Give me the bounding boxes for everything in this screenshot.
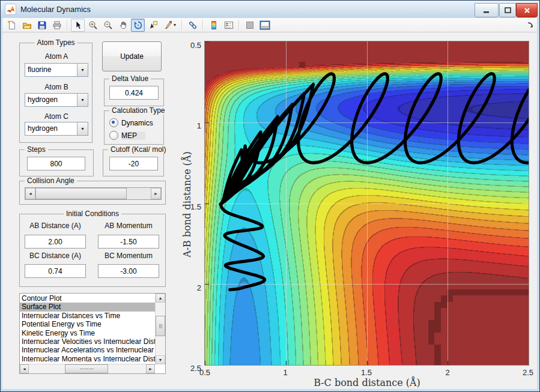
dock-figure-arrow[interactable] [526, 21, 535, 29]
list-item-selected[interactable]: Surface Plot [20, 303, 155, 311]
brush-dropdown-caret[interactable]: ▼ [173, 23, 177, 27]
plot-type-listbox[interactable]: Contour Plot Surface Plot Internuclear D… [19, 293, 166, 374]
y-tick-label: 1 [186, 122, 201, 130]
toolbar-separator [238, 20, 240, 30]
listbox-vertical-scrollbar[interactable]: ▲ ▼ [155, 294, 165, 364]
mep-radio[interactable] [109, 131, 118, 140]
brush-tool-button[interactable]: ▼ [161, 19, 178, 32]
window-left-border [1, 18, 2, 391]
atom-c-label: Atom C [25, 112, 88, 121]
print-button[interactable] [50, 19, 64, 32]
atom-c-dropdown[interactable]: hydrogen ▼ [25, 122, 88, 136]
atom-b-dropdown[interactable]: hydrogen ▼ [25, 93, 88, 107]
delta-value-title: Delta Value [109, 74, 151, 83]
atom-a-label: Atom A [25, 52, 88, 61]
horizontal-scroll-track[interactable] [108, 364, 146, 373]
zoom-out-button[interactable] [101, 19, 115, 32]
minimize-button[interactable] [475, 3, 499, 17]
zoom-in-button[interactable] [86, 19, 100, 32]
scroll-up-arrow[interactable]: ▲ [156, 294, 165, 303]
window-right-border [537, 18, 539, 391]
ab-distance-field[interactable]: 2.00 [25, 235, 86, 249]
cutoff-field[interactable]: -20 [109, 157, 158, 170]
maximize-button[interactable] [499, 3, 516, 17]
slider-track[interactable] [127, 188, 151, 199]
close-icon [524, 7, 530, 14]
atom-b-dropdown-arrow[interactable]: ▼ [77, 94, 88, 106]
plot-browser-button[interactable] [243, 19, 256, 32]
steps-field[interactable]: 800 [27, 157, 85, 170]
bc-distance-field[interactable]: 0.74 [25, 264, 86, 278]
toolbar-separator [67, 20, 68, 30]
legend-icon [224, 20, 234, 30]
atom-a-dropdown-arrow[interactable]: ▼ [77, 64, 88, 76]
rotate-3d-button[interactable] [131, 19, 145, 32]
y-tick-label: 0.5 [186, 41, 201, 49]
pointer-tool-button[interactable] [71, 19, 85, 32]
slider-left-arrow[interactable]: ◄ [25, 188, 35, 199]
list-item[interactable]: Internuclear Accelerations vs Internucle… [20, 346, 155, 354]
cutoff-title: Cutoff (Kcal/ mol) [108, 145, 168, 154]
scroll-right-arrow[interactable]: ► [146, 364, 155, 373]
horizontal-scroll-thumb[interactable] [65, 364, 108, 373]
colorbar-icon [209, 20, 219, 30]
new-file-button[interactable] [5, 19, 19, 32]
data-cursor-icon [148, 20, 158, 30]
matlab-icon [5, 4, 16, 15]
list-item[interactable]: Internuclear Velocities vs Internuclear … [20, 337, 155, 346]
list-item[interactable]: Contour Plot [20, 294, 155, 303]
mep-radio-row[interactable]: MEP [109, 131, 145, 140]
slider-thumb[interactable] [35, 188, 127, 199]
collision-angle-title: Collision Angle [25, 176, 77, 185]
atom-a-dropdown[interactable]: fluorine ▼ [25, 63, 88, 77]
list-item[interactable]: Potential Energy vs Time [20, 320, 155, 328]
horizontal-scroll-track[interactable] [29, 364, 65, 373]
plot-browser-icon [245, 20, 255, 30]
window-bottom-border [1, 389, 539, 391]
save-button[interactable] [35, 19, 49, 32]
toolbar-separator [181, 20, 183, 30]
atom-c-dropdown-arrow[interactable]: ▼ [77, 122, 88, 135]
show-plot-tools-button[interactable] [258, 19, 272, 32]
bc-distance-label: BC Distance (A) [25, 252, 86, 260]
y-axis-label: A-B bond distance (Å) [181, 142, 193, 268]
vertical-scroll-thumb[interactable] [156, 316, 165, 336]
ab-momentum-field[interactable]: -1.50 [98, 235, 159, 249]
pointer-icon [73, 20, 83, 30]
scroll-down-arrow[interactable]: ▼ [156, 355, 165, 364]
figure-window: Molecular Dynamics ▼ At [0, 0, 540, 392]
slider-right-arrow[interactable]: ► [151, 188, 161, 199]
bc-momentum-field[interactable]: -3.00 [98, 264, 159, 278]
list-item[interactable]: Kinetic Energy vs Time [20, 329, 155, 337]
scroll-left-arrow[interactable]: ◄ [20, 364, 29, 373]
ab-momentum-label: AB Momentum [98, 222, 159, 230]
title-bar[interactable]: Molecular Dynamics [1, 1, 540, 19]
steps-title: Steps [25, 145, 48, 154]
bc-momentum-label: BC Momentum [98, 252, 159, 260]
show-plot-tools-icon [259, 20, 270, 30]
brush-icon [163, 20, 172, 30]
zoom-out-icon [103, 20, 113, 30]
dynamics-radio[interactable] [109, 118, 118, 127]
insert-legend-button[interactable] [222, 19, 235, 32]
delta-value-field[interactable]: 0.424 [109, 86, 159, 100]
close-button[interactable] [516, 3, 538, 17]
data-cursor-button[interactable] [146, 19, 160, 32]
contour-plot-canvas[interactable] [205, 41, 529, 365]
list-item[interactable]: Internuclear Momenta vs Internuclear Dis… [20, 355, 155, 363]
open-file-button[interactable] [20, 19, 34, 32]
pan-tool-button[interactable] [116, 19, 130, 32]
y-tick-label: 2.5 [186, 364, 201, 372]
mep-radio-label: MEP [121, 131, 145, 140]
link-plot-button[interactable] [186, 19, 199, 32]
update-button[interactable]: Update [102, 41, 162, 71]
collision-angle-slider[interactable]: ◄ ► [25, 187, 162, 200]
x-tick-label: 1 [273, 368, 297, 377]
insert-colorbar-button[interactable] [207, 19, 220, 32]
dynamics-radio-row[interactable]: Dynamics [109, 118, 153, 127]
save-icon [37, 20, 47, 30]
listbox-horizontal-scrollbar[interactable]: ◄ ► [20, 364, 155, 373]
maximize-icon [505, 7, 511, 13]
list-item[interactable]: Internuclear Distances vs Time [20, 312, 155, 320]
atom-b-value: hydrogen [25, 94, 77, 106]
